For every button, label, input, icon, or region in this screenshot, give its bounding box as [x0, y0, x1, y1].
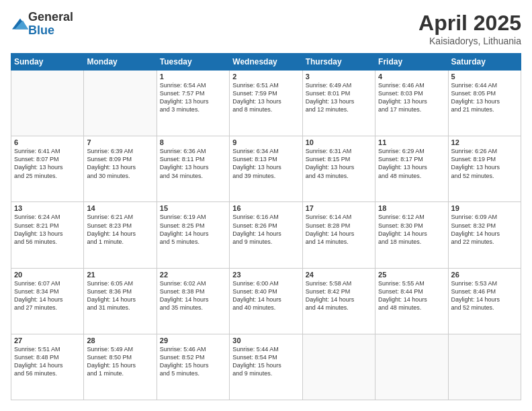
day-number: 5 [451, 73, 518, 81]
day-number: 20 [14, 271, 81, 279]
day-info: Sunrise: 6:19 AM Sunset: 8:25 PM Dayligh… [160, 213, 226, 246]
calendar-week-row: 27Sunrise: 5:51 AM Sunset: 8:48 PM Dayli… [11, 334, 521, 400]
calendar-cell: 14Sunrise: 6:21 AM Sunset: 8:23 PM Dayli… [84, 202, 157, 268]
day-info: Sunrise: 6:31 AM Sunset: 8:15 PM Dayligh… [306, 147, 372, 180]
calendar-cell: 25Sunrise: 5:55 AM Sunset: 8:44 PM Dayli… [375, 268, 448, 334]
calendar-cell: 1Sunrise: 6:54 AM Sunset: 7:57 PM Daylig… [157, 71, 229, 136]
day-info: Sunrise: 6:07 AM Sunset: 8:34 PM Dayligh… [14, 279, 81, 312]
day-info: Sunrise: 5:44 AM Sunset: 8:54 PM Dayligh… [232, 345, 299, 378]
logo-icon [12, 18, 28, 32]
day-number: 17 [306, 204, 372, 212]
day-number: 22 [160, 271, 226, 279]
day-info: Sunrise: 6:41 AM Sunset: 8:07 PM Dayligh… [14, 147, 81, 180]
day-info: Sunrise: 5:58 AM Sunset: 8:42 PM Dayligh… [306, 279, 372, 312]
day-info: Sunrise: 6:05 AM Sunset: 8:36 PM Dayligh… [87, 279, 153, 312]
day-number: 1 [160, 73, 226, 81]
calendar-cell: 15Sunrise: 6:19 AM Sunset: 8:25 PM Dayli… [157, 202, 229, 268]
calendar-cell: 12Sunrise: 6:26 AM Sunset: 8:19 PM Dayli… [448, 136, 521, 202]
day-info: Sunrise: 6:26 AM Sunset: 8:19 PM Dayligh… [451, 147, 518, 180]
calendar-week-row: 6Sunrise: 6:41 AM Sunset: 8:07 PM Daylig… [11, 136, 521, 202]
calendar-cell: 2Sunrise: 6:51 AM Sunset: 7:59 PM Daylig… [230, 71, 302, 136]
logo: General Blue [11, 11, 73, 38]
calendar-day-header: Sunday [11, 54, 84, 71]
day-number: 2 [232, 73, 299, 81]
calendar-table: SundayMondayTuesdayWednesdayThursdayFrid… [11, 53, 521, 400]
page: General Blue April 2025 Kaisiadorys, Lit… [0, 0, 532, 411]
day-number: 23 [232, 271, 299, 279]
calendar-cell [302, 334, 375, 400]
day-number: 15 [160, 204, 226, 212]
calendar-cell [11, 71, 84, 136]
day-number: 26 [451, 271, 518, 279]
day-info: Sunrise: 6:51 AM Sunset: 7:59 PM Dayligh… [232, 81, 299, 114]
day-number: 4 [378, 73, 445, 81]
month-title: April 2025 [418, 11, 521, 36]
calendar-header-row: SundayMondayTuesdayWednesdayThursdayFrid… [11, 54, 521, 71]
day-info: Sunrise: 6:54 AM Sunset: 7:57 PM Dayligh… [160, 81, 226, 114]
day-number: 19 [451, 204, 518, 212]
calendar-cell: 10Sunrise: 6:31 AM Sunset: 8:15 PM Dayli… [302, 136, 375, 202]
day-number: 27 [14, 336, 81, 345]
calendar-cell: 30Sunrise: 5:44 AM Sunset: 8:54 PM Dayli… [230, 334, 302, 400]
calendar-cell: 6Sunrise: 6:41 AM Sunset: 8:07 PM Daylig… [11, 136, 84, 202]
title-block: April 2025 Kaisiadorys, Lithuania [418, 11, 521, 46]
day-number: 21 [87, 271, 153, 279]
calendar-day-header: Monday [84, 54, 157, 71]
logo-text: General Blue [28, 11, 73, 38]
calendar-cell: 26Sunrise: 5:53 AM Sunset: 8:46 PM Dayli… [448, 268, 521, 334]
calendar-day-header: Saturday [448, 54, 521, 71]
logo-blue-text: Blue [28, 24, 73, 38]
calendar-cell: 24Sunrise: 5:58 AM Sunset: 8:42 PM Dayli… [302, 268, 375, 334]
calendar-cell: 11Sunrise: 6:29 AM Sunset: 8:17 PM Dayli… [375, 136, 448, 202]
day-number: 16 [232, 204, 299, 212]
day-info: Sunrise: 6:00 AM Sunset: 8:40 PM Dayligh… [232, 279, 299, 312]
day-number: 28 [87, 336, 153, 345]
day-info: Sunrise: 5:55 AM Sunset: 8:44 PM Dayligh… [378, 279, 445, 312]
calendar-cell: 27Sunrise: 5:51 AM Sunset: 8:48 PM Dayli… [11, 334, 84, 400]
day-info: Sunrise: 6:44 AM Sunset: 8:05 PM Dayligh… [451, 81, 518, 114]
day-info: Sunrise: 6:24 AM Sunset: 8:21 PM Dayligh… [14, 213, 81, 246]
calendar-cell [448, 334, 521, 400]
day-info: Sunrise: 5:46 AM Sunset: 8:52 PM Dayligh… [160, 345, 226, 378]
day-info: Sunrise: 6:34 AM Sunset: 8:13 PM Dayligh… [232, 147, 299, 180]
calendar-cell: 13Sunrise: 6:24 AM Sunset: 8:21 PM Dayli… [11, 202, 84, 268]
day-number: 11 [378, 138, 445, 146]
day-number: 10 [306, 138, 372, 146]
calendar-cell: 16Sunrise: 6:16 AM Sunset: 8:26 PM Dayli… [230, 202, 302, 268]
calendar-week-row: 13Sunrise: 6:24 AM Sunset: 8:21 PM Dayli… [11, 202, 521, 268]
day-number: 3 [306, 73, 372, 81]
calendar-cell: 9Sunrise: 6:34 AM Sunset: 8:13 PM Daylig… [230, 136, 302, 202]
calendar-cell: 28Sunrise: 5:49 AM Sunset: 8:50 PM Dayli… [84, 334, 157, 400]
day-number: 6 [14, 138, 81, 146]
day-number: 25 [378, 271, 445, 279]
calendar-day-header: Thursday [302, 54, 375, 71]
calendar-cell: 22Sunrise: 6:02 AM Sunset: 8:38 PM Dayli… [157, 268, 229, 334]
calendar-cell: 29Sunrise: 5:46 AM Sunset: 8:52 PM Dayli… [157, 334, 229, 400]
day-number: 13 [14, 204, 81, 212]
day-info: Sunrise: 6:16 AM Sunset: 8:26 PM Dayligh… [232, 213, 299, 246]
day-number: 12 [451, 138, 518, 146]
day-number: 8 [160, 138, 226, 146]
day-info: Sunrise: 6:39 AM Sunset: 8:09 PM Dayligh… [87, 147, 153, 180]
day-info: Sunrise: 6:49 AM Sunset: 8:01 PM Dayligh… [306, 81, 372, 114]
day-info: Sunrise: 6:29 AM Sunset: 8:17 PM Dayligh… [378, 147, 445, 180]
day-info: Sunrise: 6:02 AM Sunset: 8:38 PM Dayligh… [160, 279, 226, 312]
day-info: Sunrise: 6:14 AM Sunset: 8:28 PM Dayligh… [306, 213, 372, 246]
header: General Blue April 2025 Kaisiadorys, Lit… [11, 11, 521, 46]
logo-general-text: General [28, 11, 73, 24]
calendar-cell [375, 334, 448, 400]
calendar-day-header: Tuesday [157, 54, 229, 71]
day-number: 14 [87, 204, 153, 212]
calendar-cell: 18Sunrise: 6:12 AM Sunset: 8:30 PM Dayli… [375, 202, 448, 268]
calendar-cell: 19Sunrise: 6:09 AM Sunset: 8:32 PM Dayli… [448, 202, 521, 268]
day-number: 7 [87, 138, 153, 146]
calendar-cell: 20Sunrise: 6:07 AM Sunset: 8:34 PM Dayli… [11, 268, 84, 334]
calendar-day-header: Friday [375, 54, 448, 71]
calendar-cell: 7Sunrise: 6:39 AM Sunset: 8:09 PM Daylig… [84, 136, 157, 202]
calendar-cell: 17Sunrise: 6:14 AM Sunset: 8:28 PM Dayli… [302, 202, 375, 268]
day-info: Sunrise: 6:12 AM Sunset: 8:30 PM Dayligh… [378, 213, 445, 246]
day-number: 29 [160, 336, 226, 345]
day-info: Sunrise: 6:09 AM Sunset: 8:32 PM Dayligh… [451, 213, 518, 246]
calendar-cell: 23Sunrise: 6:00 AM Sunset: 8:40 PM Dayli… [230, 268, 302, 334]
day-info: Sunrise: 6:36 AM Sunset: 8:11 PM Dayligh… [160, 147, 226, 180]
